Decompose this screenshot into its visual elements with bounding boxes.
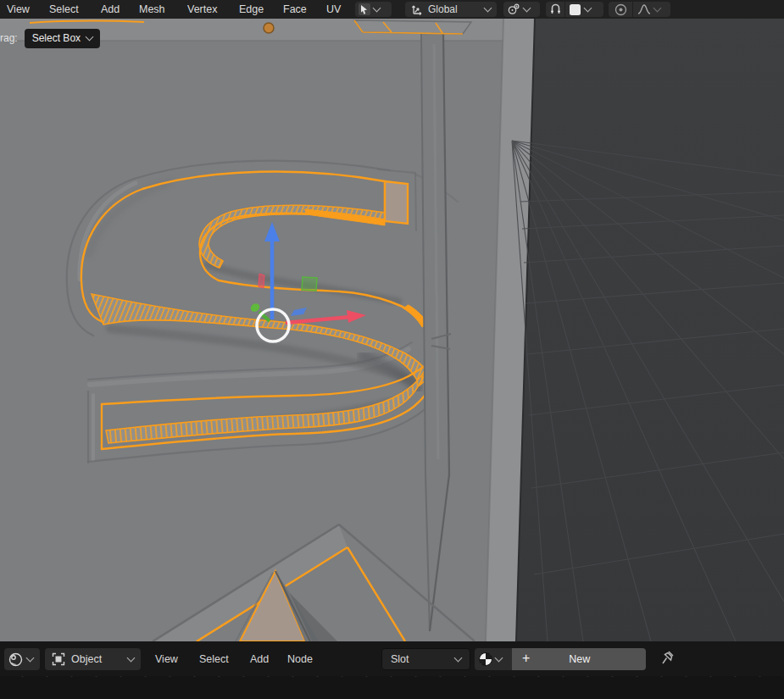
world-background	[512, 19, 784, 641]
gizmo-plane-x[interactable]	[259, 274, 264, 288]
material-browser-dropdown[interactable]	[475, 648, 512, 670]
viewport-3d-scene[interactable]	[0, 19, 784, 641]
editor-type-dropdown[interactable]	[4, 648, 40, 670]
blender-window: View Select Add Mesh Vertex Edge Face UV…	[0, 0, 784, 699]
pin-icon[interactable]	[659, 649, 676, 668]
drag-label: rag:	[0, 32, 18, 44]
pivot-point-icon	[508, 3, 520, 15]
object-shader-icon	[52, 652, 65, 666]
material-preview-icon	[478, 652, 493, 667]
pivot-point-dropdown[interactable]	[503, 2, 540, 17]
active-tool-value: Select Box	[32, 32, 81, 44]
slot-value: Slot	[391, 653, 455, 665]
falloff-dropdown[interactable]	[633, 2, 670, 17]
menu-view[interactable]: View	[7, 0, 30, 19]
orientation-axes-icon	[411, 3, 423, 15]
menu-face[interactable]: Face	[283, 0, 307, 19]
new-button-label: New	[530, 653, 629, 665]
magnet-icon	[550, 3, 561, 15]
slot-dropdown[interactable]: Slot	[381, 648, 470, 670]
node-editor-canvas[interactable]	[0, 676, 784, 699]
shader-type-value: Object	[71, 653, 122, 665]
wall-object	[0, 19, 540, 641]
smooth-falloff-icon	[637, 3, 651, 15]
menu-edge[interactable]: Edge	[239, 0, 264, 19]
new-material-button[interactable]: + New	[512, 648, 646, 670]
snap-with-dropdown[interactable]	[565, 2, 603, 17]
menu-add[interactable]: Add	[101, 0, 120, 19]
proportional-editing-icon	[614, 3, 627, 16]
transform-orientation-dropdown[interactable]: Global	[405, 2, 497, 17]
menu-uv[interactable]: UV	[326, 0, 341, 19]
shader-editor-header: Object View Select Add Node Slot + New	[0, 641, 784, 676]
shader-type-dropdown[interactable]: Object	[45, 648, 141, 670]
node-menu-view[interactable]: View	[155, 648, 178, 670]
proportional-editing-toggle[interactable]	[609, 2, 632, 17]
node-menu-select[interactable]: Select	[199, 648, 229, 670]
snap-toggle[interactable]	[546, 2, 564, 17]
menu-vertex[interactable]: Vertex	[187, 0, 217, 19]
gizmo-plane-y[interactable]	[302, 277, 317, 291]
viewport-3d[interactable]: rag: Select Box	[0, 19, 784, 641]
shader-editor-icon	[8, 652, 23, 667]
increment-square-icon	[570, 4, 581, 15]
node-menu-add[interactable]: Add	[250, 648, 269, 670]
tweak-cursor-icon	[359, 3, 370, 15]
viewport-header: View Select Add Mesh Vertex Edge Face UV…	[0, 0, 784, 19]
orientation-value: Global	[428, 3, 480, 15]
plus-icon: +	[522, 651, 530, 666]
active-tool-select[interactable]: Select Box	[25, 29, 100, 48]
menu-mesh[interactable]: Mesh	[139, 0, 165, 19]
tool-settings-row: rag: Select Box	[0, 28, 100, 48]
menu-select[interactable]: Select	[49, 0, 79, 19]
node-menu-node[interactable]: Node	[287, 648, 313, 670]
selected-vertex-dot	[264, 23, 274, 33]
active-tool-dropdown[interactable]	[355, 2, 392, 17]
letter-s-end-cap	[385, 181, 408, 224]
